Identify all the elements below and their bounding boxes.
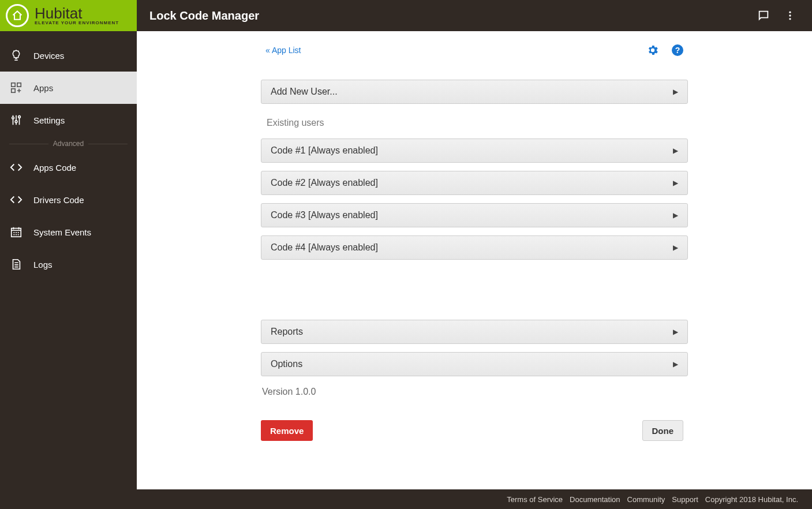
code-row-3[interactable]: Code #3 [Always enabled] ▶ <box>261 203 688 227</box>
topbar: Hubitat ELEVATE YOUR ENVIRONMENT Lock Co… <box>0 0 812 31</box>
brand-tagline: ELEVATE YOUR ENVIRONMENT <box>35 21 119 25</box>
chevron-right-icon: ▶ <box>673 244 678 252</box>
calendar-icon <box>9 225 23 239</box>
help-icon[interactable]: ? <box>672 44 683 56</box>
sidebar-item-system-events[interactable]: System Events <box>0 216 137 248</box>
chevron-right-icon: ▶ <box>673 88 678 96</box>
sidebar-item-label: Drivers Code <box>33 195 84 205</box>
kebab-menu-icon[interactable] <box>783 9 797 23</box>
sidebar: Devices Apps Settings Advanced Apps Code <box>0 31 137 509</box>
code-icon <box>9 193 23 207</box>
svg-point-0 <box>789 12 791 13</box>
logo-icon <box>6 4 29 27</box>
main-panel: « App List ? Add New User... ▶ Existing … <box>137 31 812 489</box>
sidebar-item-devices[interactable]: Devices <box>0 39 137 72</box>
lightbulb-icon <box>9 48 23 62</box>
footer-copyright: Copyright 2018 Hubitat, Inc. <box>705 495 798 504</box>
sidebar-item-apps[interactable]: Apps <box>0 72 137 104</box>
footer-link-community[interactable]: Community <box>627 495 665 504</box>
sidebar-item-label: Apps <box>33 83 53 93</box>
row-label: Options <box>271 359 302 369</box>
brand-name: Hubitat <box>35 6 119 21</box>
code-row-4[interactable]: Code #4 [Always enabled] ▶ <box>261 235 688 260</box>
row-label: Code #4 [Always enabled] <box>271 242 378 253</box>
reports-row[interactable]: Reports ▶ <box>261 320 688 344</box>
row-label: Add New User... <box>271 87 338 97</box>
row-label: Reports <box>271 327 303 337</box>
svg-rect-3 <box>12 83 15 87</box>
svg-rect-5 <box>12 89 15 92</box>
sidebar-item-label: Apps Code <box>33 163 76 173</box>
svg-point-1 <box>789 14 791 16</box>
sidebar-item-label: Settings <box>33 115 65 125</box>
svg-point-2 <box>789 18 791 20</box>
code-row-1[interactable]: Code #1 [Always enabled] ▶ <box>261 139 688 163</box>
done-button[interactable]: Done <box>642 420 684 441</box>
svg-point-7 <box>15 121 17 123</box>
document-icon <box>9 257 23 271</box>
chevron-right-icon: ▶ <box>673 179 678 187</box>
svg-rect-4 <box>17 83 21 87</box>
sidebar-item-logs[interactable]: Logs <box>0 248 137 280</box>
sidebar-item-label: Devices <box>33 51 64 61</box>
chat-icon[interactable] <box>757 9 770 23</box>
chevron-right-icon: ▶ <box>673 211 678 219</box>
row-label: Code #1 [Always enabled] <box>271 145 378 156</box>
gear-icon[interactable] <box>646 44 659 57</box>
sidebar-item-drivers-code[interactable]: Drivers Code <box>0 184 137 216</box>
footer-link-terms[interactable]: Terms of Service <box>507 495 563 504</box>
sidebar-item-settings[interactable]: Settings <box>0 104 137 136</box>
footer-link-support[interactable]: Support <box>672 495 698 504</box>
footer: Terms of Service Documentation Community… <box>137 489 812 509</box>
chevron-right-icon: ▶ <box>673 360 678 368</box>
sidebar-item-label: Logs <box>33 260 53 270</box>
chevron-right-icon: ▶ <box>673 147 678 155</box>
existing-users-label: Existing users <box>267 118 688 128</box>
svg-point-8 <box>18 116 21 118</box>
chevron-right-icon: ▶ <box>673 328 678 336</box>
options-row[interactable]: Options ▶ <box>261 352 688 376</box>
svg-point-6 <box>12 117 14 119</box>
apps-icon <box>9 81 23 95</box>
row-label: Code #3 [Always enabled] <box>271 210 378 220</box>
sidebar-item-apps-code[interactable]: Apps Code <box>0 151 137 184</box>
footer-link-docs[interactable]: Documentation <box>570 495 620 504</box>
sliders-icon <box>9 113 23 127</box>
sidebar-divider-advanced: Advanced <box>0 136 137 151</box>
version-text: Version 1.0.0 <box>262 387 688 397</box>
code-icon <box>9 160 23 174</box>
code-row-2[interactable]: Code #2 [Always enabled] ▶ <box>261 171 688 195</box>
add-new-user-row[interactable]: Add New User... ▶ <box>261 80 688 104</box>
brand-logo[interactable]: Hubitat ELEVATE YOUR ENVIRONMENT <box>0 0 137 31</box>
row-label: Code #2 [Always enabled] <box>271 178 378 188</box>
sidebar-item-label: System Events <box>33 227 91 237</box>
remove-button[interactable]: Remove <box>261 420 313 441</box>
back-to-app-list-link[interactable]: « App List <box>265 46 301 55</box>
page-title: Lock Code Manager <box>137 9 757 23</box>
